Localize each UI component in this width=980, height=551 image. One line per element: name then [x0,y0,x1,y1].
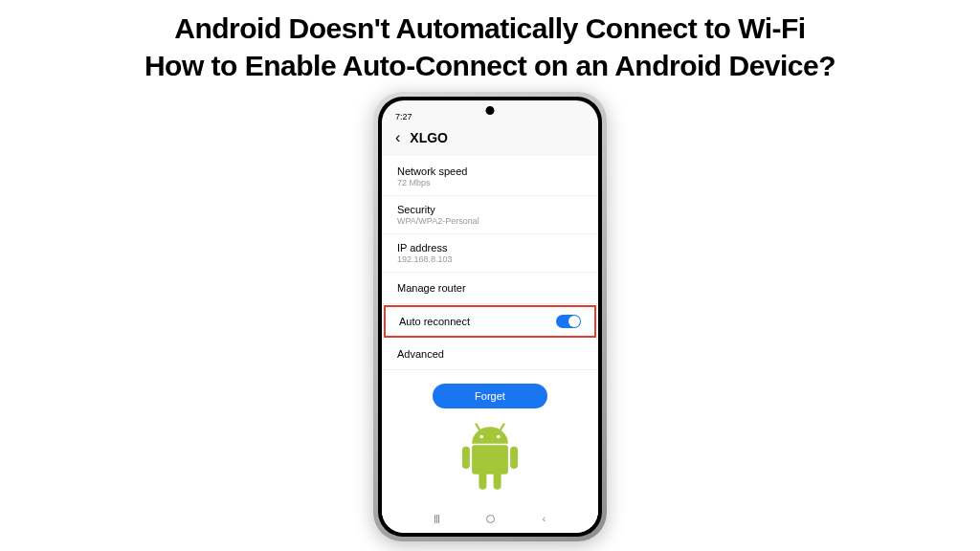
status-time: 7:27 [395,112,412,121]
forget-button[interactable]: Forget [433,384,547,408]
advanced-label: Advanced [397,348,583,360]
toggle-knob [568,316,580,327]
phone-frame: 7:27 ‹ XLGO Network speed 72 Mbps Securi… [373,92,607,541]
row-ip-address[interactable]: IP address 192.168.8.103 [382,234,598,273]
svg-point-2 [479,435,483,439]
svg-point-3 [497,435,501,439]
svg-rect-6 [510,447,518,469]
row-manage-router[interactable]: Manage router [382,273,598,304]
security-label: Security [397,204,583,215]
settings-content: Network speed 72 Mbps Security WPA/WPA2-… [382,156,598,533]
phone-screen: 7:27 ‹ XLGO Network speed 72 Mbps Securi… [382,100,598,533]
network-speed-value: 72 Mbps [397,178,583,187]
nav-back-icon[interactable]: ‹ [543,513,546,524]
phone-mockup: 7:27 ‹ XLGO Network speed 72 Mbps Securi… [373,92,607,541]
manage-router-label: Manage router [397,282,583,294]
row-security[interactable]: Security WPA/WPA2-Personal [382,196,598,234]
svg-rect-4 [472,445,508,474]
android-logo-icon [382,420,598,496]
headline-line-1: Android Doesn't Automatically Connect to… [174,12,805,44]
svg-rect-5 [462,447,470,469]
auto-reconnect-label: Auto reconnect [399,316,470,327]
page-title: XLGO [410,130,448,145]
back-icon[interactable]: ‹ [395,129,400,146]
row-network-speed[interactable]: Network speed 72 Mbps [382,158,598,196]
navigation-bar: ‹ [382,510,598,527]
row-advanced[interactable]: Advanced [382,339,598,370]
front-camera-hole [486,106,495,115]
security-value: WPA/WPA2-Personal [397,216,583,226]
row-auto-reconnect[interactable]: Auto reconnect [384,305,596,338]
forget-button-wrap: Forget [382,370,598,416]
auto-reconnect-toggle[interactable] [556,315,581,328]
headline-line-2: How to Enable Auto-Connect on an Android… [145,50,835,81]
nav-recent-icon[interactable] [434,515,439,523]
network-speed-label: Network speed [397,165,583,177]
headline: Android Doesn't Automatically Connect to… [145,10,835,84]
svg-rect-7 [479,472,486,490]
ip-address-value: 192.168.8.103 [397,254,583,264]
nav-home-icon[interactable] [486,515,495,523]
page-header: ‹ XLGO [382,121,598,152]
ip-address-label: IP address [397,242,583,253]
svg-rect-8 [494,472,501,490]
